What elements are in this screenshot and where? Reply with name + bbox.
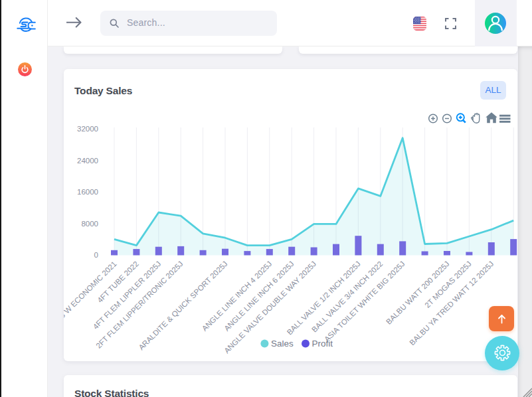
svg-text:32000: 32000	[77, 125, 98, 133]
svg-text:Sales: Sales	[271, 339, 294, 349]
svg-text:4FT TUBE 2022: 4FT TUBE 2022	[96, 260, 140, 304]
svg-text:ASIA TOILET WHITE BIG 2025J: ASIA TOILET WHITE BIG 2025J	[323, 260, 406, 343]
svg-text:0: 0	[94, 251, 98, 259]
svg-text:24000: 24000	[77, 157, 98, 165]
svg-text:Profit: Profit	[312, 339, 333, 349]
svg-text:8000: 8000	[81, 220, 98, 228]
svg-text:BALBU YA TRED WATT 12 2025J: BALBU YA TRED WATT 12 2025J	[408, 260, 495, 347]
svg-text:16000: 16000	[77, 188, 98, 196]
